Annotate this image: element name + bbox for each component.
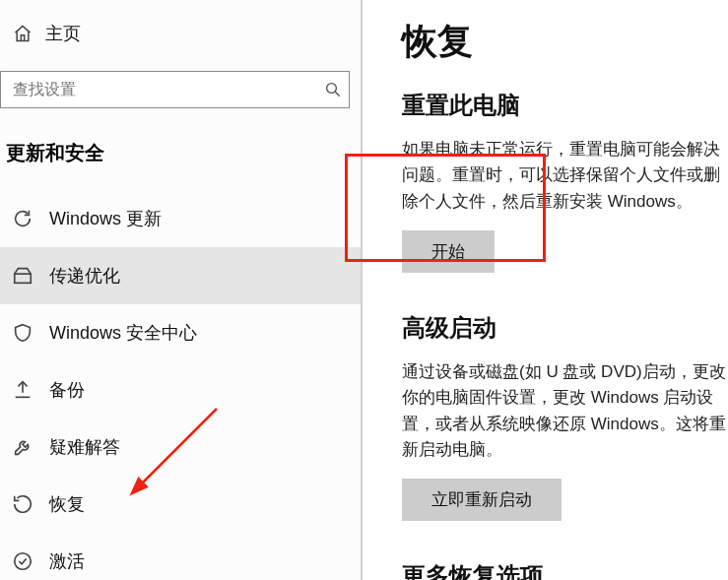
sidebar-item-label: 疑难解答 (49, 435, 120, 459)
sidebar-item-label: Windows 安全中心 (49, 321, 197, 345)
shield-icon (10, 322, 35, 344)
svg-rect-2 (15, 274, 32, 283)
settings-sidebar: 主页 更新和安全 Windows 更新 传递优化 (0, 0, 363, 580)
wrench-icon (10, 436, 35, 458)
search-input[interactable] (0, 71, 350, 108)
sidebar-nav: Windows 更新 传递优化 Windows 安全中心 (0, 190, 361, 580)
svg-line-1 (335, 92, 340, 97)
search-wrap (0, 71, 350, 108)
more-options-heading: 更多恢复选项 (402, 560, 728, 580)
sidebar-section-title: 更新和安全 (0, 140, 361, 178)
check-circle-icon (10, 550, 35, 572)
refresh-icon (10, 208, 35, 229)
home-nav[interactable]: 主页 (0, 12, 361, 55)
advanced-body: 通过设备或磁盘(如 U 盘或 DVD)启动，更改你的电脑固件设置，更改 Wind… (402, 359, 728, 463)
sidebar-item-windows-update[interactable]: Windows 更新 (0, 190, 361, 247)
sidebar-item-activation[interactable]: 激活 (0, 533, 361, 580)
advanced-heading: 高级启动 (402, 312, 728, 344)
sidebar-item-backup[interactable]: 备份 (0, 361, 361, 419)
sidebar-item-label: Windows 更新 (49, 207, 162, 230)
home-icon (10, 24, 35, 43)
reset-body: 如果电脑未正常运行，重置电脑可能会解决问题。重置时，可以选择保留个人文件或删除个… (402, 137, 728, 215)
sidebar-item-label: 传递优化 (49, 264, 120, 288)
sidebar-item-troubleshoot[interactable]: 疑难解答 (0, 419, 361, 476)
sidebar-item-label: 激活 (49, 549, 85, 573)
search-icon[interactable] (324, 71, 342, 108)
recovery-icon (10, 493, 35, 515)
sidebar-item-recovery[interactable]: 恢复 (0, 476, 361, 533)
sidebar-item-windows-security[interactable]: Windows 安全中心 (0, 304, 361, 361)
sidebar-item-delivery-optimization[interactable]: 传递优化 (0, 247, 361, 304)
sidebar-item-label: 备份 (49, 378, 85, 402)
reset-start-button[interactable]: 开始 (402, 230, 495, 273)
main-content: 恢复 重置此电脑 如果电脑未正常运行，重置电脑可能会解决问题。重置时，可以选择保… (364, 0, 728, 580)
svg-point-0 (327, 84, 337, 94)
home-label: 主页 (45, 22, 81, 45)
sidebar-item-label: 恢复 (49, 492, 85, 516)
delivery-icon (10, 265, 35, 287)
svg-point-5 (15, 553, 32, 570)
reset-heading: 重置此电脑 (402, 90, 728, 121)
page-title: 恢复 (402, 18, 728, 66)
restart-now-button[interactable]: 立即重新启动 (402, 479, 562, 521)
backup-icon (10, 379, 35, 401)
